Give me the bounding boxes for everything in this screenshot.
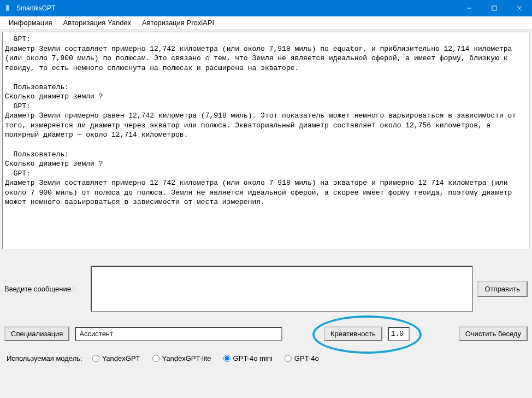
input-section: Введите сообщение : Отправить [4, 266, 528, 312]
menu-info[interactable]: Информация [3, 17, 58, 28]
send-button[interactable]: Отправить [477, 281, 528, 297]
radio-yandexgpt[interactable]: YandexGPT [92, 354, 140, 362]
radio-yandexgpt-lite-label: YandexGPT-lite [162, 354, 211, 362]
controls-row: Специализация Креативность Очистить бесе… [4, 326, 528, 341]
radio-gpt4o-mini-input[interactable] [223, 355, 230, 362]
close-button[interactable] [507, 0, 532, 16]
model-label: Используемая модель: [7, 354, 82, 362]
specialization-button[interactable]: Специализация [4, 326, 69, 341]
chat-log[interactable]: GPT: Диаметр Земли составляет примерно 1… [2, 32, 530, 249]
radio-gpt4o-mini[interactable]: GPT-4o mini [223, 354, 273, 362]
model-row: Используемая модель: YandexGPT YandexGPT… [7, 354, 528, 362]
message-input[interactable] [91, 266, 473, 312]
maximize-button[interactable] [482, 0, 507, 16]
window-title: SmartiksGPT [16, 4, 55, 12]
radio-yandexgpt-lite-input[interactable] [152, 355, 159, 362]
minimize-button[interactable] [457, 0, 482, 16]
titlebar: SmartiksGPT [0, 0, 532, 16]
radio-gpt4o-mini-label: GPT-4o mini [233, 354, 273, 362]
model-radio-group: YandexGPT YandexGPT-lite GPT-4o mini GPT… [92, 354, 319, 362]
svg-rect-1 [492, 6, 496, 10]
radio-yandexgpt-input[interactable] [92, 355, 99, 362]
creativity-button[interactable]: Креативность [324, 326, 382, 341]
menubar: Информация Авторизация Yandex Авторизаци… [0, 16, 532, 30]
specialization-input[interactable] [75, 327, 282, 341]
message-label: Введите сообщение : [4, 285, 86, 293]
menu-auth-yandex[interactable]: Авторизация Yandex [58, 17, 137, 28]
creativity-input[interactable] [388, 327, 410, 341]
menu-auth-proxiapi[interactable]: Авторизация ProxiAPI [137, 17, 220, 28]
radio-gpt4o-input[interactable] [285, 355, 292, 362]
radio-yandexgpt-label: YandexGPT [102, 354, 140, 362]
app-icon [4, 4, 13, 13]
radio-gpt4o[interactable]: GPT-4o [285, 354, 319, 362]
clear-button[interactable]: Очистить беседу [459, 326, 528, 341]
radio-yandexgpt-lite[interactable]: YandexGPT-lite [152, 354, 211, 362]
radio-gpt4o-label: GPT-4o [294, 354, 319, 362]
